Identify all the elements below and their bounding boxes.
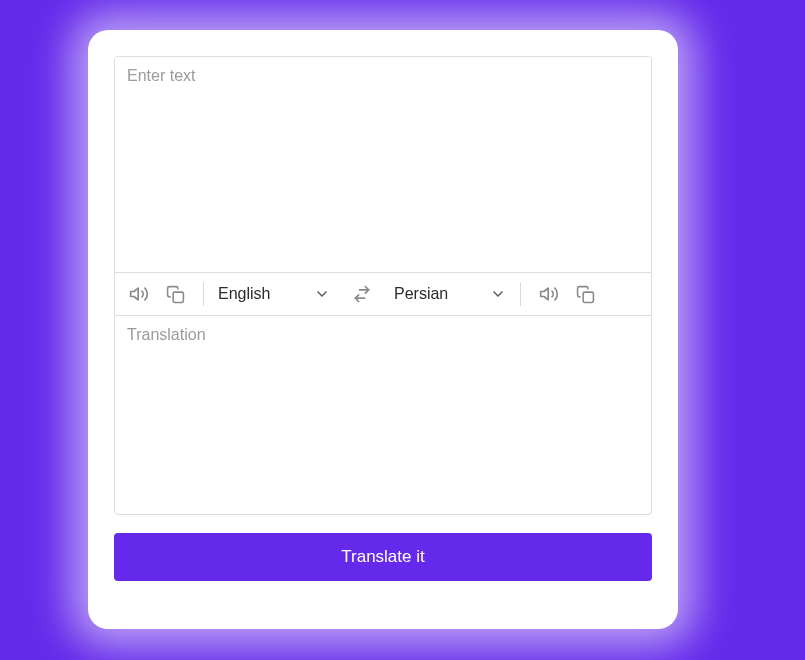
divider	[203, 282, 204, 306]
source-text-input[interactable]	[115, 57, 651, 272]
copy-target-button[interactable]	[571, 280, 599, 308]
translator-card: English Persian	[88, 30, 678, 629]
target-language-label: Persian	[394, 285, 448, 303]
source-language-select[interactable]: English	[218, 285, 330, 303]
swap-icon	[352, 284, 372, 304]
svg-marker-2	[541, 288, 549, 300]
translator-panel: English Persian	[114, 56, 652, 515]
target-language-select[interactable]: Persian	[394, 285, 506, 303]
swap-languages-button[interactable]	[352, 284, 372, 304]
svg-rect-1	[173, 292, 183, 302]
copy-icon	[166, 285, 185, 304]
svg-rect-3	[583, 292, 593, 302]
speaker-icon	[539, 284, 559, 304]
control-bar: English Persian	[115, 272, 651, 316]
speaker-icon	[129, 284, 149, 304]
source-language-label: English	[218, 285, 270, 303]
translation-output: Translation	[115, 316, 651, 514]
svg-marker-0	[131, 288, 139, 300]
speak-target-button[interactable]	[535, 280, 563, 308]
speak-source-button[interactable]	[125, 280, 153, 308]
copy-source-button[interactable]	[161, 280, 189, 308]
chevron-down-icon	[490, 286, 506, 302]
translate-button[interactable]: Translate it	[114, 533, 652, 581]
divider	[520, 282, 521, 306]
translation-placeholder: Translation	[127, 326, 206, 343]
copy-icon	[576, 285, 595, 304]
chevron-down-icon	[314, 286, 330, 302]
